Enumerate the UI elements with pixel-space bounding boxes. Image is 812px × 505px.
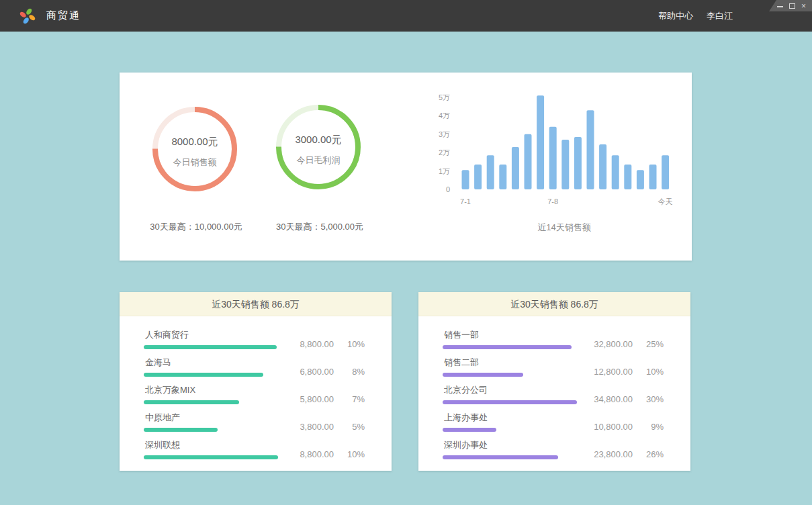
y-axis-tick: 5万 (439, 93, 450, 101)
rank-bar (443, 455, 558, 459)
minimize-button[interactable] (777, 2, 783, 10)
rank-bar (144, 400, 239, 404)
rank-values: 10,800.009% (577, 422, 664, 432)
bar (637, 170, 644, 189)
rank-bar-group: 中原地产 (144, 413, 278, 432)
rank-bar (144, 373, 263, 377)
rank-bar-group: 北京分公司 (443, 385, 577, 404)
rank-amount: 10,800.00 (594, 422, 633, 432)
close-button[interactable]: × (801, 2, 806, 10)
bar (549, 127, 557, 189)
rank-name: 上海办事处 (444, 413, 577, 422)
rank-percent: 30% (633, 395, 664, 404)
rank-values: 23,800.0026% (577, 450, 664, 459)
bar (624, 165, 631, 189)
customer-ranking-title: 近30天销售额 86.8万 (120, 292, 392, 316)
rank-percent: 26% (633, 450, 664, 459)
rank-percent: 10% (334, 340, 365, 349)
department-ranking-card: 近30天销售额 86.8万 销售一部32,800.0025%销售二部12,800… (418, 292, 690, 471)
x-axis-tick: 7-1 (460, 197, 471, 205)
rank-bar (144, 455, 278, 459)
bar (574, 137, 582, 189)
customer-ranking-list: 人和商贸行8,800.0010%金海马6,800.008%北京万象MIX5,80… (120, 316, 392, 459)
list-item: 金海马6,800.008% (144, 358, 365, 377)
x-axis-tick: 今天 (658, 197, 673, 205)
bar (649, 165, 657, 189)
rank-amount: 12,800.00 (594, 367, 633, 377)
rank-values: 32,800.0025% (577, 340, 664, 349)
list-item: 销售二部12,800.0010% (443, 358, 664, 377)
today-overview-card: 8000.00元 今日销售额 30天最高：10,000.00元 3000.00元… (120, 73, 692, 261)
y-axis-tick: 2万 (439, 148, 450, 156)
app-title: 商贸通 (46, 9, 81, 22)
rank-bar-group: 北京万象MIX (144, 385, 278, 404)
bar (561, 140, 569, 189)
app-logo-pinwheel-icon (19, 7, 36, 25)
rank-amount: 6,800.00 (300, 367, 334, 377)
sales-14d-chart: 01万2万3万4万5万7-17-8今天 (423, 86, 685, 214)
bar (499, 165, 506, 189)
today-profit-30d-max: 30天最高：5,000.00元 (263, 221, 377, 233)
rank-name: 北京分公司 (444, 385, 577, 394)
bar (487, 155, 494, 189)
today-sales-value: 8000.00元 (171, 136, 218, 148)
rank-bar-group: 深圳联想 (144, 441, 278, 459)
window-controls: × (769, 0, 812, 11)
today-profit-value: 3000.00元 (295, 134, 341, 146)
titlebar-menu: 帮助中心 李白江 (658, 0, 733, 32)
rank-name: 北京万象MIX (145, 385, 278, 394)
rank-values: 6,800.008% (278, 367, 365, 377)
rank-bar (144, 428, 218, 432)
dashboard: 8000.00元 今日销售额 30天最高：10,000.00元 3000.00元… (0, 32, 812, 505)
list-item: 深圳联想8,800.0010% (144, 441, 365, 459)
rank-bar-group: 上海办事处 (443, 413, 577, 432)
bar (599, 144, 606, 189)
rank-values: 34,800.0030% (577, 395, 664, 404)
maximize-button[interactable] (789, 2, 795, 10)
list-item: 深圳办事处23,800.0026% (443, 441, 664, 459)
sales-14d-chart-title: 近14天销售额 (433, 222, 695, 234)
rank-amount: 3,800.00 (300, 422, 334, 432)
rank-values: 12,800.0010% (577, 367, 664, 377)
rank-bar-group: 销售二部 (443, 358, 577, 377)
help-center-link[interactable]: 帮助中心 (658, 10, 693, 22)
rank-percent: 10% (633, 367, 664, 377)
bar (462, 170, 469, 189)
today-profit-donut-center: 3000.00元 今日毛利润 (271, 100, 365, 194)
rank-percent: 9% (633, 422, 664, 432)
x-axis-tick: 7-8 (547, 197, 558, 205)
rank-bar-group: 销售一部 (443, 330, 577, 349)
rank-name: 人和商贸行 (145, 330, 278, 339)
rank-amount: 8,800.00 (300, 340, 334, 349)
rank-percent: 7% (334, 395, 365, 404)
titlebar: 商贸通 帮助中心 李白江 × (0, 0, 812, 32)
bar (525, 134, 532, 189)
rank-name: 深圳办事处 (444, 441, 577, 449)
maximize-icon (789, 3, 795, 9)
rank-values: 5,800.007% (278, 395, 365, 404)
bar (612, 155, 619, 189)
list-item: 北京分公司34,800.0030% (443, 385, 664, 404)
list-item: 北京万象MIX5,800.007% (144, 385, 365, 404)
rank-percent: 5% (334, 422, 365, 432)
rank-percent: 10% (334, 450, 365, 459)
rank-name: 深圳联想 (145, 441, 278, 449)
today-sales-donut: 8000.00元 今日销售额 (148, 102, 242, 196)
rank-amount: 32,800.00 (594, 340, 633, 349)
rank-amount: 23,800.00 (594, 450, 633, 459)
titlebar-brand: 商贸通 (19, 7, 81, 25)
bar (662, 155, 669, 189)
today-profit-donut: 3000.00元 今日毛利润 (271, 100, 365, 194)
bar (474, 165, 482, 189)
username-menu[interactable]: 李白江 (707, 10, 733, 22)
app-window: 商贸通 帮助中心 李白江 × 8000.00元 今日销售额 (0, 0, 812, 505)
rank-name: 金海马 (145, 358, 278, 367)
rank-amount: 8,800.00 (300, 450, 334, 459)
bar (537, 95, 544, 189)
y-axis-tick: 1万 (439, 167, 450, 175)
department-ranking-title: 近30天销售额 86.8万 (418, 292, 690, 316)
rank-values: 3,800.005% (278, 422, 365, 432)
rank-percent: 25% (633, 340, 664, 349)
today-profit-label: 今日毛利润 (297, 154, 341, 167)
department-ranking-list: 销售一部32,800.0025%销售二部12,800.0010%北京分公司34,… (418, 316, 690, 459)
